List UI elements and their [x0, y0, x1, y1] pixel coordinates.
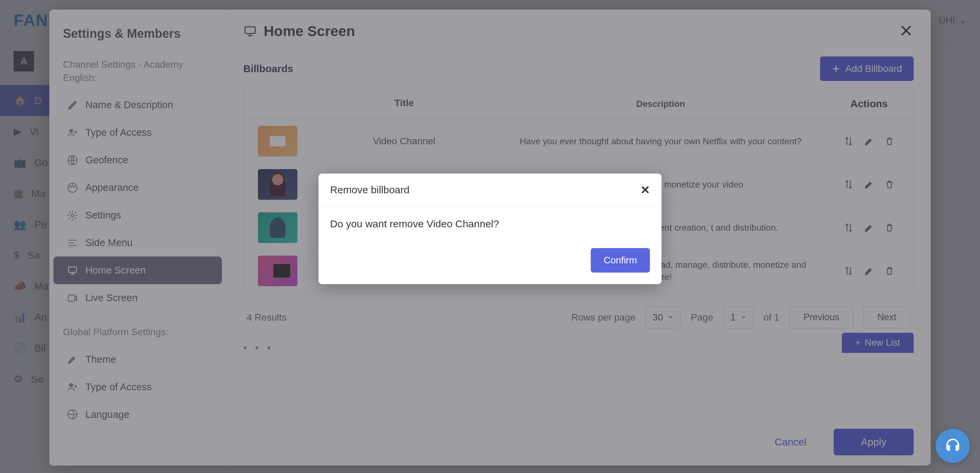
support-fab[interactable] [936, 429, 970, 463]
confirm-overlay: Remove billboard ✕ Do you want remove Vi… [0, 0, 980, 473]
confirm-footer: Confirm [318, 241, 662, 284]
confirm-button[interactable]: Confirm [591, 248, 650, 272]
headset-icon [944, 437, 961, 454]
confirm-body: Do you want remove Video Channel? [318, 207, 662, 241]
confirm-close-button[interactable]: ✕ [640, 183, 650, 197]
confirm-modal: Remove billboard ✕ Do you want remove Vi… [318, 174, 662, 284]
confirm-header: Remove billboard ✕ [318, 174, 662, 207]
confirm-title: Remove billboard [330, 184, 409, 196]
